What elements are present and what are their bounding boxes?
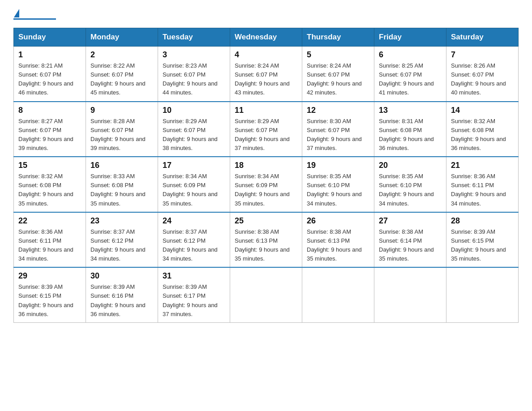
day-number: 9 bbox=[90, 106, 153, 115]
day-info: Sunrise: 8:39 AMSunset: 6:16 PMDaylight:… bbox=[90, 283, 146, 317]
calendar-table: SundayMondayTuesdayWednesdayThursdayFrid… bbox=[13, 28, 519, 323]
calendar-cell: 16Sunrise: 8:33 AMSunset: 6:08 PMDayligh… bbox=[86, 157, 158, 212]
day-info: Sunrise: 8:24 AMSunset: 6:07 PMDaylight:… bbox=[235, 62, 290, 96]
day-number: 24 bbox=[163, 216, 225, 226]
calendar-cell: 9Sunrise: 8:28 AMSunset: 6:07 PMDaylight… bbox=[86, 102, 158, 157]
logo-triangle-icon bbox=[14, 9, 19, 17]
day-info: Sunrise: 8:25 AMSunset: 6:07 PMDaylight:… bbox=[379, 62, 434, 96]
day-info: Sunrise: 8:22 AMSunset: 6:07 PMDaylight:… bbox=[90, 62, 146, 96]
day-info: Sunrise: 8:39 AMSunset: 6:17 PMDaylight:… bbox=[163, 283, 218, 317]
calendar-cell: 7Sunrise: 8:26 AMSunset: 6:07 PMDaylight… bbox=[446, 47, 519, 102]
calendar-week-row: 1Sunrise: 8:21 AMSunset: 6:07 PMDaylight… bbox=[14, 47, 519, 102]
day-info: Sunrise: 8:36 AMSunset: 6:11 PMDaylight:… bbox=[451, 173, 506, 206]
calendar-cell: 15Sunrise: 8:32 AMSunset: 6:08 PMDayligh… bbox=[14, 157, 86, 212]
day-info: Sunrise: 8:34 AMSunset: 6:09 PMDaylight:… bbox=[235, 173, 290, 206]
day-number: 23 bbox=[90, 216, 153, 226]
day-info: Sunrise: 8:38 AMSunset: 6:13 PMDaylight:… bbox=[307, 228, 362, 262]
day-number: 22 bbox=[18, 216, 81, 226]
calendar-cell: 18Sunrise: 8:34 AMSunset: 6:09 PMDayligh… bbox=[230, 157, 302, 212]
calendar-cell: 26Sunrise: 8:38 AMSunset: 6:13 PMDayligh… bbox=[302, 212, 374, 268]
day-info: Sunrise: 8:24 AMSunset: 6:07 PMDaylight:… bbox=[307, 62, 362, 96]
day-number: 30 bbox=[90, 271, 153, 281]
day-number: 17 bbox=[163, 161, 225, 170]
day-info: Sunrise: 8:32 AMSunset: 6:08 PMDaylight:… bbox=[18, 173, 73, 206]
day-info: Sunrise: 8:28 AMSunset: 6:07 PMDaylight:… bbox=[90, 118, 146, 151]
day-number: 6 bbox=[379, 50, 442, 60]
day-number: 7 bbox=[451, 50, 514, 60]
day-info: Sunrise: 8:38 AMSunset: 6:14 PMDaylight:… bbox=[379, 228, 434, 262]
calendar-cell: 28Sunrise: 8:39 AMSunset: 6:15 PMDayligh… bbox=[446, 212, 519, 268]
day-number: 18 bbox=[235, 161, 297, 170]
day-number: 25 bbox=[235, 216, 297, 226]
calendar-cell: 8Sunrise: 8:27 AMSunset: 6:07 PMDaylight… bbox=[14, 102, 86, 157]
calendar-day-header: Friday bbox=[374, 28, 446, 47]
calendar-header-row: SundayMondayTuesdayWednesdayThursdayFrid… bbox=[14, 28, 519, 47]
logo bbox=[13, 9, 56, 20]
calendar-cell bbox=[230, 267, 302, 322]
day-number: 21 bbox=[451, 161, 514, 170]
calendar-cell: 24Sunrise: 8:37 AMSunset: 6:12 PMDayligh… bbox=[158, 212, 230, 268]
day-info: Sunrise: 8:35 AMSunset: 6:10 PMDaylight:… bbox=[379, 173, 434, 206]
calendar-cell: 12Sunrise: 8:30 AMSunset: 6:07 PMDayligh… bbox=[302, 102, 374, 157]
day-info: Sunrise: 8:23 AMSunset: 6:07 PMDaylight:… bbox=[163, 62, 218, 96]
day-info: Sunrise: 8:29 AMSunset: 6:07 PMDaylight:… bbox=[235, 118, 290, 151]
calendar-cell: 30Sunrise: 8:39 AMSunset: 6:16 PMDayligh… bbox=[86, 267, 158, 322]
day-number: 31 bbox=[163, 271, 225, 281]
day-info: Sunrise: 8:35 AMSunset: 6:10 PMDaylight:… bbox=[307, 173, 362, 206]
calendar-cell: 22Sunrise: 8:36 AMSunset: 6:11 PMDayligh… bbox=[14, 212, 86, 268]
day-number: 29 bbox=[18, 271, 81, 281]
day-info: Sunrise: 8:31 AMSunset: 6:08 PMDaylight:… bbox=[379, 118, 434, 151]
calendar-cell bbox=[446, 267, 519, 322]
day-info: Sunrise: 8:36 AMSunset: 6:11 PMDaylight:… bbox=[18, 228, 73, 262]
calendar-cell: 1Sunrise: 8:21 AMSunset: 6:07 PMDaylight… bbox=[14, 47, 86, 102]
day-info: Sunrise: 8:34 AMSunset: 6:09 PMDaylight:… bbox=[163, 173, 218, 206]
day-number: 20 bbox=[379, 161, 442, 170]
calendar-body: 1Sunrise: 8:21 AMSunset: 6:07 PMDaylight… bbox=[14, 47, 519, 323]
calendar-cell: 11Sunrise: 8:29 AMSunset: 6:07 PMDayligh… bbox=[230, 102, 302, 157]
day-number: 13 bbox=[379, 106, 442, 115]
day-number: 2 bbox=[90, 50, 153, 60]
calendar-cell bbox=[302, 267, 374, 322]
day-info: Sunrise: 8:29 AMSunset: 6:07 PMDaylight:… bbox=[163, 118, 218, 151]
calendar-cell: 17Sunrise: 8:34 AMSunset: 6:09 PMDayligh… bbox=[158, 157, 230, 212]
calendar-week-row: 15Sunrise: 8:32 AMSunset: 6:08 PMDayligh… bbox=[14, 157, 519, 212]
day-number: 5 bbox=[307, 50, 369, 60]
calendar-cell: 4Sunrise: 8:24 AMSunset: 6:07 PMDaylight… bbox=[230, 47, 302, 102]
calendar-week-row: 22Sunrise: 8:36 AMSunset: 6:11 PMDayligh… bbox=[14, 212, 519, 268]
day-number: 26 bbox=[307, 216, 369, 226]
day-number: 28 bbox=[451, 216, 514, 226]
page-header bbox=[13, 9, 519, 20]
calendar-day-header: Thursday bbox=[302, 28, 374, 47]
calendar-cell: 3Sunrise: 8:23 AMSunset: 6:07 PMDaylight… bbox=[158, 47, 230, 102]
day-info: Sunrise: 8:39 AMSunset: 6:15 PMDaylight:… bbox=[18, 283, 73, 317]
day-info: Sunrise: 8:37 AMSunset: 6:12 PMDaylight:… bbox=[163, 228, 218, 262]
calendar-day-header: Saturday bbox=[446, 28, 519, 47]
day-info: Sunrise: 8:37 AMSunset: 6:12 PMDaylight:… bbox=[90, 228, 146, 262]
calendar-cell: 13Sunrise: 8:31 AMSunset: 6:08 PMDayligh… bbox=[374, 102, 446, 157]
day-info: Sunrise: 8:38 AMSunset: 6:13 PMDaylight:… bbox=[235, 228, 290, 262]
calendar-cell: 23Sunrise: 8:37 AMSunset: 6:12 PMDayligh… bbox=[86, 212, 158, 268]
day-info: Sunrise: 8:27 AMSunset: 6:07 PMDaylight:… bbox=[18, 118, 73, 151]
day-number: 8 bbox=[18, 106, 81, 115]
calendar-cell: 19Sunrise: 8:35 AMSunset: 6:10 PMDayligh… bbox=[302, 157, 374, 212]
calendar-week-row: 8Sunrise: 8:27 AMSunset: 6:07 PMDaylight… bbox=[14, 102, 519, 157]
calendar-cell bbox=[374, 267, 446, 322]
day-number: 19 bbox=[307, 161, 369, 170]
day-info: Sunrise: 8:39 AMSunset: 6:15 PMDaylight:… bbox=[451, 228, 506, 262]
day-info: Sunrise: 8:26 AMSunset: 6:07 PMDaylight:… bbox=[451, 62, 506, 96]
calendar-cell: 14Sunrise: 8:32 AMSunset: 6:08 PMDayligh… bbox=[446, 102, 519, 157]
calendar-cell: 21Sunrise: 8:36 AMSunset: 6:11 PMDayligh… bbox=[446, 157, 519, 212]
calendar-cell: 25Sunrise: 8:38 AMSunset: 6:13 PMDayligh… bbox=[230, 212, 302, 268]
day-number: 10 bbox=[163, 106, 225, 115]
calendar-cell: 6Sunrise: 8:25 AMSunset: 6:07 PMDaylight… bbox=[374, 47, 446, 102]
day-number: 3 bbox=[163, 50, 225, 60]
day-info: Sunrise: 8:30 AMSunset: 6:07 PMDaylight:… bbox=[307, 118, 362, 151]
calendar-cell: 27Sunrise: 8:38 AMSunset: 6:14 PMDayligh… bbox=[374, 212, 446, 268]
day-number: 27 bbox=[379, 216, 442, 226]
calendar-day-header: Monday bbox=[86, 28, 158, 47]
day-number: 4 bbox=[235, 50, 297, 60]
day-number: 11 bbox=[235, 106, 297, 115]
day-info: Sunrise: 8:32 AMSunset: 6:08 PMDaylight:… bbox=[451, 118, 506, 151]
day-info: Sunrise: 8:21 AMSunset: 6:07 PMDaylight:… bbox=[18, 62, 73, 96]
day-number: 14 bbox=[451, 106, 514, 115]
